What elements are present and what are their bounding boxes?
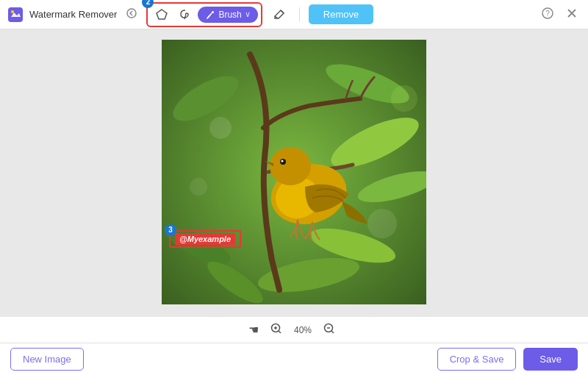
back-icon — [126, 8, 137, 18]
title-bar: Watermark Remover 2 — [0, 0, 588, 29]
lasso-tool-button[interactable] — [174, 5, 196, 24]
eraser-tool-button[interactable] — [268, 5, 290, 24]
svg-line-35 — [331, 331, 334, 333]
zoom-level: 40% — [294, 325, 312, 335]
image-container: 3 @Myexample — [162, 40, 426, 307]
save-button[interactable]: Save — [523, 348, 578, 371]
help-button[interactable]: ? — [538, 6, 557, 24]
hand-tool-button[interactable]: ☚ — [248, 323, 259, 337]
tool-selection-group: 2 Brush ∨ — [146, 2, 262, 27]
zoom-in-button[interactable] — [266, 321, 287, 339]
crop-save-button[interactable]: Crop & Save — [437, 348, 517, 371]
bird-image — [162, 40, 426, 304]
svg-point-24 — [282, 160, 284, 162]
zoom-bar: ☚ 40% — [0, 316, 588, 343]
close-button[interactable] — [563, 7, 581, 23]
polygon-tool-button[interactable] — [151, 5, 173, 24]
zoom-out-button[interactable] — [319, 321, 340, 339]
polygon-icon — [155, 8, 168, 21]
footer: New Image Crop & Save Save — [0, 343, 588, 375]
app-title: Watermark Remover — [29, 9, 117, 20]
zoom-out-icon — [323, 323, 335, 335]
svg-line-5 — [281, 10, 284, 13]
svg-point-27 — [190, 178, 207, 196]
svg-point-4 — [212, 11, 214, 13]
toolbar-divider — [299, 7, 300, 22]
svg-line-32 — [279, 331, 281, 333]
svg-point-1 — [11, 10, 14, 13]
brush-dropdown-icon: ∨ — [245, 10, 251, 19]
watermark-selection-box[interactable]: 3 @Myexample — [169, 230, 241, 248]
svg-point-2 — [127, 9, 136, 18]
canvas-area: 3 @Myexample — [0, 29, 588, 316]
svg-point-28 — [391, 85, 417, 112]
brush-icon — [205, 10, 215, 20]
title-bar-left: Watermark Remover 2 — [7, 2, 373, 27]
help-icon: ? — [542, 7, 553, 19]
svg-point-25 — [209, 117, 232, 139]
step3-badge: 3 — [165, 224, 176, 236]
brush-label: Brush — [218, 10, 241, 20]
back-button[interactable] — [123, 6, 140, 24]
close-icon — [567, 8, 577, 18]
app-logo-icon — [7, 7, 24, 23]
remove-button[interactable]: Remove — [309, 4, 373, 24]
lasso-icon — [179, 8, 192, 21]
footer-right: Crop & Save Save — [437, 348, 578, 371]
title-bar-right: ? — [538, 6, 581, 24]
svg-point-26 — [368, 209, 397, 238]
brush-tool-button[interactable]: Brush ∨ — [198, 7, 257, 23]
watermark-text: @Myexample — [175, 233, 235, 245]
svg-marker-3 — [157, 10, 167, 19]
new-image-button[interactable]: New Image — [10, 348, 84, 371]
svg-point-22 — [270, 147, 311, 185]
svg-text:?: ? — [545, 10, 550, 18]
zoom-in-icon — [270, 323, 282, 335]
eraser-icon — [273, 8, 286, 21]
